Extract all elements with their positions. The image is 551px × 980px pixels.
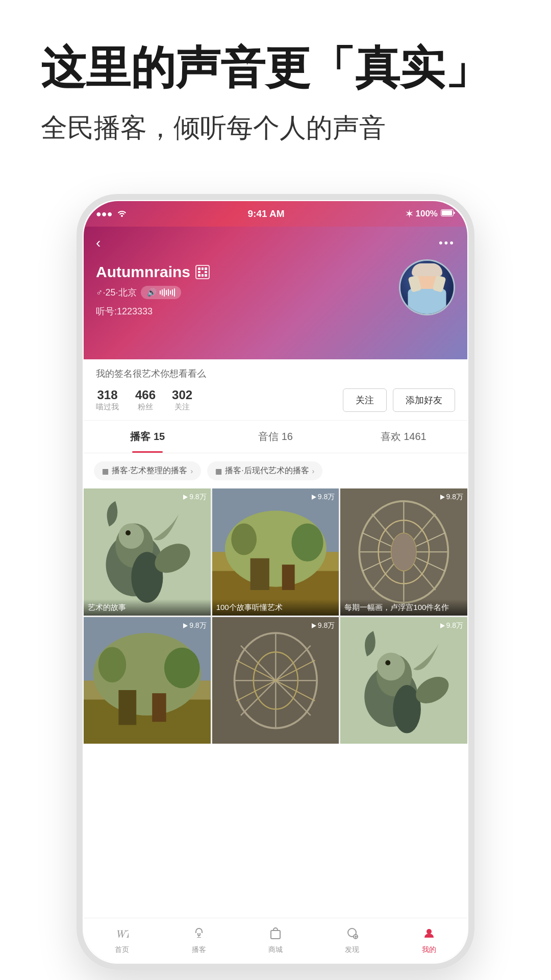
wave-bar bbox=[170, 290, 171, 295]
play-count-3: 9.8万 bbox=[440, 493, 463, 502]
svg-point-57 bbox=[427, 929, 432, 934]
status-bar: ●●● 9:41 AM ✶ 100% bbox=[84, 201, 467, 227]
signal-icon: ●●● bbox=[96, 209, 113, 219]
grid-item-4[interactable]: 9.8万 bbox=[84, 617, 211, 744]
nav-bar: ‹ ••• bbox=[96, 235, 455, 251]
play-icon-6 bbox=[440, 623, 445, 628]
battery-percent: 100% bbox=[416, 209, 438, 219]
content-grid: 9.8万 艺术的故事 bbox=[84, 488, 467, 744]
qr-icon[interactable] bbox=[195, 265, 210, 279]
tag-arrow-postmodern: › bbox=[312, 467, 315, 475]
nav-label-me: 我的 bbox=[422, 945, 436, 954]
stat-number-following: 302 bbox=[172, 388, 192, 402]
nav-item-shop[interactable]: 商城 bbox=[237, 926, 314, 954]
subheadline: 全民播客，倾听每个人的声音 bbox=[41, 110, 510, 146]
shop-icon bbox=[269, 926, 282, 943]
svg-point-5 bbox=[118, 523, 144, 549]
profile-listener-id: 听号:1223333 bbox=[96, 305, 391, 317]
svg-point-26 bbox=[391, 533, 417, 571]
grid-item-6[interactable]: 9.8万 bbox=[340, 617, 467, 744]
profile-header: ‹ ••• Autumnrains bbox=[84, 227, 467, 359]
discover-icon bbox=[345, 926, 359, 943]
bluetooth-icon: ✶ bbox=[406, 209, 413, 219]
profile-info: Autumnrains bbox=[96, 259, 391, 317]
gender-age-location: ♂·25·北京 bbox=[96, 286, 137, 299]
tab-message-label: 音信 16 bbox=[258, 431, 293, 442]
add-friend-button[interactable]: 添加好友 bbox=[393, 388, 455, 412]
svg-point-15 bbox=[231, 523, 257, 555]
profile-name-row: Autumnrains bbox=[96, 263, 391, 281]
tab-podcast[interactable]: 播客 15 bbox=[84, 421, 212, 453]
stats-row: 318 喵过我 466 粉丝 302 关注 关注 bbox=[96, 388, 455, 412]
voice-badge[interactable]: 🔊 bbox=[141, 286, 181, 299]
tab-podcast-label: 播客 15 bbox=[130, 431, 165, 442]
svg-rect-14 bbox=[282, 565, 294, 590]
more-button[interactable]: ••• bbox=[439, 236, 455, 250]
stat-following[interactable]: 302 关注 bbox=[172, 388, 192, 412]
count-text-4: 9.8万 bbox=[189, 621, 206, 630]
nav-label-home: 首页 bbox=[115, 945, 129, 954]
grid-title-1: 艺术的故事 bbox=[84, 599, 211, 616]
follow-button[interactable]: 关注 bbox=[343, 388, 387, 412]
svg-rect-52 bbox=[271, 930, 280, 939]
svg-rect-1 bbox=[442, 210, 452, 215]
page-background: 这里的声音更「真实」 全民播客，倾听每个人的声音 bbox=[0, 0, 551, 177]
wave-bar bbox=[164, 288, 165, 297]
profile-meta: ♂·25·北京 🔊 bbox=[96, 286, 391, 299]
tag-arrow-art: › bbox=[190, 467, 193, 475]
profile-username: Autumnrains bbox=[96, 263, 190, 281]
play-icon-3 bbox=[440, 495, 445, 500]
svg-point-16 bbox=[291, 523, 323, 561]
tab-like[interactable]: 喜欢 1461 bbox=[339, 421, 467, 453]
play-icon-5 bbox=[312, 623, 316, 628]
stat-liked-me[interactable]: 318 喵过我 bbox=[96, 388, 119, 412]
qr-dot bbox=[205, 267, 207, 270]
stat-fans[interactable]: 466 粉丝 bbox=[135, 388, 156, 412]
play-count-4: 9.8万 bbox=[183, 621, 206, 630]
play-count-5: 9.8万 bbox=[312, 621, 335, 630]
voice-waves bbox=[160, 288, 175, 297]
avatar-hair bbox=[412, 263, 442, 276]
status-right: ✶ 100% bbox=[406, 209, 455, 219]
category-tag-postmodern[interactable]: ▦ 播客·后现代艺术的播客 › bbox=[207, 461, 322, 480]
grid-item-5[interactable]: 9.8万 bbox=[212, 617, 339, 744]
tabs-row: 播客 15 音信 16 喜欢 1461 bbox=[84, 421, 467, 453]
nav-item-home[interactable]: 𝑊𝑇𝑅 首页 bbox=[84, 926, 160, 954]
category-tags: ▦ 播客·艺术整理的播客 › ▦ 播客·后现代艺术的播客 › bbox=[84, 453, 467, 488]
podcast-icon bbox=[192, 926, 206, 943]
phone-inner: ●●● 9:41 AM ✶ 100% bbox=[84, 201, 467, 963]
qr-dot bbox=[205, 271, 207, 274]
profile-bio: 我的签名很艺术你想看看么 318 喵过我 466 粉丝 302 关注 bbox=[84, 359, 467, 421]
svg-rect-13 bbox=[250, 558, 269, 590]
category-tag-art[interactable]: ▦ 播客·艺术整理的播客 › bbox=[94, 461, 201, 480]
grid-item-3[interactable]: 9.8万 每期一幅画，卢浮宫100件名作 bbox=[340, 488, 467, 616]
back-button[interactable]: ‹ bbox=[96, 235, 101, 251]
qr-dot bbox=[198, 267, 201, 270]
nav-item-discover[interactable]: 发现 bbox=[314, 926, 390, 954]
wave-bar bbox=[172, 289, 173, 296]
status-left: ●●● bbox=[96, 209, 127, 219]
app-screen: ‹ ••• Autumnrains bbox=[84, 227, 467, 963]
art-basket2-svg bbox=[212, 617, 339, 744]
qr-dot bbox=[202, 271, 204, 274]
tag-label-postmodern: 播客·后现代艺术的播客 bbox=[225, 465, 309, 476]
stat-number-fans: 466 bbox=[135, 388, 156, 402]
grid-item-1[interactable]: 9.8万 艺术的故事 bbox=[84, 488, 211, 616]
battery-icon bbox=[441, 209, 455, 219]
nav-item-podcast[interactable]: 播客 bbox=[160, 926, 237, 954]
headline: 这里的声音更「真实」 bbox=[41, 41, 510, 95]
grid-title-2: 100个故事听懂艺术 bbox=[212, 599, 339, 616]
qr-dot bbox=[198, 274, 201, 277]
tab-message[interactable]: 音信 16 bbox=[212, 421, 340, 453]
grid-title-3: 每期一幅画，卢浮宫100件名作 bbox=[340, 599, 467, 616]
svg-point-34 bbox=[164, 647, 200, 688]
grid-item-2[interactable]: 9.8万 100个故事听懂艺术 bbox=[212, 488, 339, 616]
art-landscape2-svg bbox=[84, 617, 211, 744]
wifi-icon bbox=[117, 209, 127, 219]
nav-item-me[interactable]: 我的 bbox=[391, 926, 467, 954]
bottom-nav: 𝑊𝑇𝑅 首页 播客 bbox=[84, 918, 467, 963]
status-time: 9:41 AM bbox=[247, 208, 284, 219]
count-text-1: 9.8万 bbox=[189, 493, 206, 502]
svg-rect-32 bbox=[152, 693, 166, 722]
action-buttons: 关注 添加好友 bbox=[343, 388, 455, 412]
